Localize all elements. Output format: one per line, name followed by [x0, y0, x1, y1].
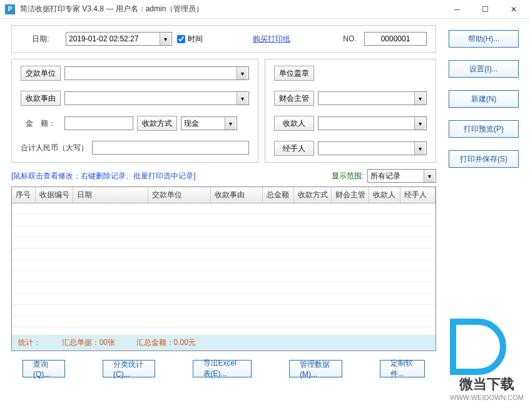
col-handler[interactable]: 经手人 [400, 187, 436, 203]
category-stats-button[interactable]: 分类统计(C)... [103, 360, 155, 377]
time-checkbox-label: 时间 [188, 34, 203, 44]
hint-text: [鼠标双击查看修改；右键删除记录、批量打印选中记录] [11, 171, 332, 182]
range-combo[interactable]: 所有记录 [367, 169, 436, 183]
form-right: 单位盖章 财会主管 收款人 经手人 [265, 59, 436, 163]
print-save-button[interactable]: 打印并保存(S) [449, 150, 519, 168]
new-button[interactable]: 新建(N) [449, 90, 519, 108]
col-supervisor[interactable]: 财会主管 [332, 187, 369, 203]
buy-paper-link[interactable]: 购买打印纸 [253, 34, 290, 44]
table-row[interactable] [12, 260, 436, 271]
grid-header: 序号 收据编号 日期 交款单位 收款事由 总金额 收款方式 财会主管 收款人 经… [12, 187, 436, 203]
amount-cn-field[interactable] [92, 141, 249, 155]
stamp-button[interactable]: 单位盖章 [274, 66, 314, 81]
settings-button[interactable]: 设置(I)... [449, 60, 519, 78]
handler-button[interactable]: 经手人 [274, 141, 314, 156]
help-button[interactable]: 帮助(H)... [449, 30, 519, 48]
date-label: 日期: [21, 34, 61, 44]
handler-combo[interactable] [318, 141, 427, 155]
payer-button[interactable]: 交款单位 [21, 66, 61, 81]
supervisor-combo[interactable] [318, 91, 427, 105]
query-button[interactable]: 查询(Q)... [23, 360, 65, 377]
col-seq[interactable]: 序号 [12, 187, 36, 203]
amount-field[interactable] [64, 116, 133, 130]
maximize-button[interactable]: ☐ [471, 0, 499, 19]
amount-cn-label: 合计人民币（大写） [21, 144, 88, 151]
table-row[interactable] [12, 316, 436, 327]
table-row[interactable] [12, 237, 436, 248]
custom-software-button[interactable]: 定制软件... [380, 360, 425, 377]
form-left: 交款单位 收款事由 金 额： 收款方式 现金 合计人民币（大写） [11, 59, 258, 163]
side-buttons: 帮助(H)... 设置(I)... 新建(N) 打印预览(P) 打印并保存(S) [449, 25, 519, 386]
amount-label: 金 额： [21, 118, 61, 129]
pay-method-button[interactable]: 收款方式 [137, 116, 177, 131]
col-method[interactable]: 收款方式 [294, 187, 332, 203]
window-title: 简洁收据打印专家 V3.4.8 --- 用户名：admin（管理员） [20, 4, 443, 14]
summary-amount: 汇总金额：0.00元 [136, 338, 196, 347]
table-row[interactable] [12, 305, 436, 316]
col-payer[interactable]: 交款单位 [148, 187, 211, 203]
date-picker[interactable]: 2019-01-02 02:52:27 [66, 32, 172, 46]
time-checkbox-wrap[interactable]: 时间 [177, 34, 203, 44]
table-row[interactable] [12, 294, 436, 305]
payee-button[interactable]: 收款人 [274, 116, 314, 131]
watermark-url: WWW.WEIDOWN.COM [450, 394, 524, 401]
col-date[interactable]: 日期 [73, 187, 148, 203]
range-label: 显示范围: [332, 171, 364, 182]
summary-label: 统计： [18, 338, 41, 347]
summary-count: 汇总单据：00张 [62, 338, 115, 347]
pay-method-combo[interactable]: 现金 [181, 116, 237, 130]
record-grid[interactable]: 序号 收据编号 日期 交款单位 收款事由 总金额 收款方式 财会主管 收款人 经… [11, 187, 436, 351]
table-row[interactable] [12, 215, 436, 226]
time-checkbox[interactable] [177, 35, 185, 43]
table-row[interactable] [12, 271, 436, 282]
minimize-button[interactable]: ─ [443, 0, 471, 19]
manage-data-button[interactable]: 管理数据(M)... [289, 360, 342, 377]
supervisor-button[interactable]: 财会主管 [274, 91, 314, 106]
payer-combo[interactable] [64, 66, 249, 80]
table-row[interactable] [12, 248, 436, 260]
grid-body[interactable] [12, 203, 436, 335]
table-row[interactable] [12, 203, 436, 215]
app-icon: P [5, 4, 15, 14]
reason-button[interactable]: 收款事由 [21, 91, 61, 106]
col-payee[interactable]: 收款人 [369, 187, 400, 203]
table-row[interactable] [12, 226, 436, 237]
close-button[interactable]: ✕ [499, 0, 527, 19]
no-label: NO. [340, 34, 359, 43]
no-field[interactable] [364, 32, 427, 46]
col-reason[interactable]: 收款事由 [211, 187, 263, 203]
titlebar: P 简洁收据打印专家 V3.4.8 --- 用户名：admin（管理员） ─ ☐… [0, 0, 530, 19]
summary-row: 统计： 汇总单据：00张 汇总金额：0.00元 [12, 335, 436, 351]
table-row[interactable] [12, 282, 436, 294]
top-row: 日期: 2019-01-02 02:52:27 时间 购买打印纸 NO. [11, 25, 436, 53]
col-total[interactable]: 总金额 [263, 187, 294, 203]
reason-combo[interactable] [64, 91, 249, 105]
print-preview-button[interactable]: 打印预览(P) [449, 120, 519, 138]
export-excel-button[interactable]: 导出Excel表(E)... [193, 360, 252, 377]
col-receipt-no[interactable]: 收据编号 [36, 187, 73, 203]
bottom-bar: 查询(Q)... 分类统计(C)... 导出Excel表(E)... 管理数据(… [11, 351, 436, 386]
payee-combo[interactable] [318, 116, 427, 130]
